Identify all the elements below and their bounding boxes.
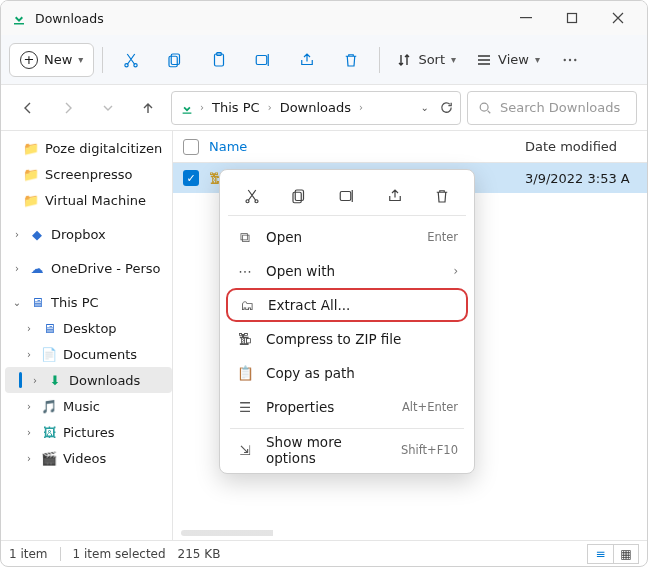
nav-label: Downloads <box>69 373 140 388</box>
row-checkbox[interactable]: ✓ <box>183 170 199 186</box>
ctx-copy-path[interactable]: 📋 Copy as path <box>226 356 468 390</box>
ctx-show-more[interactable]: ⇲ Show more options Shift+F10 <box>226 433 468 467</box>
chevron-down-icon: ▾ <box>451 54 456 65</box>
up-button[interactable] <box>131 91 165 125</box>
nav-onedrive[interactable]: › ☁ OneDrive - Perso <box>5 255 172 281</box>
nav-videos[interactable]: › 🎬 Videos <box>5 445 172 471</box>
nav-label: Dropbox <box>51 227 106 242</box>
svg-point-9 <box>564 58 566 60</box>
ctx-properties[interactable]: ☰ Properties Alt+Enter <box>226 390 468 424</box>
forward-button[interactable] <box>51 91 85 125</box>
context-toolbar <box>228 176 466 216</box>
copy-button[interactable] <box>155 40 195 80</box>
breadcrumb-segment[interactable]: This PC <box>210 100 262 115</box>
ctx-share-button[interactable] <box>379 180 411 212</box>
breadcrumb[interactable]: › This PC › Downloads › ⌄ <box>171 91 461 125</box>
sort-button[interactable]: Sort ▾ <box>388 43 464 77</box>
paste-button[interactable] <box>199 40 239 80</box>
chevron-down-icon[interactable]: ⌄ <box>421 102 429 113</box>
select-all-checkbox[interactable] <box>183 139 199 155</box>
window-controls <box>503 2 641 34</box>
ctx-rename-button[interactable] <box>331 180 363 212</box>
share-button[interactable] <box>287 40 327 80</box>
rename-button[interactable] <box>243 40 283 80</box>
svg-rect-5 <box>169 56 177 67</box>
downloads-icon <box>11 10 27 26</box>
nav-downloads[interactable]: › ⬇ Downloads <box>5 367 172 393</box>
ctx-cut-button[interactable] <box>236 180 268 212</box>
dropbox-icon: ◆ <box>29 227 45 242</box>
cut-button[interactable] <box>111 40 151 80</box>
chevron-right-icon: › <box>29 375 41 386</box>
chevron-right-icon: › <box>268 102 272 113</box>
svg-point-12 <box>480 103 488 111</box>
properties-icon: ☰ <box>236 399 254 415</box>
chevron-right-icon: › <box>453 264 458 278</box>
nav-label: Desktop <box>63 321 117 336</box>
separator <box>379 47 380 73</box>
refresh-button[interactable] <box>439 100 454 115</box>
downloads-icon: ⬇ <box>47 373 63 388</box>
view-icon <box>476 52 492 68</box>
ctx-compress[interactable]: 🗜 Compress to ZIP file <box>226 322 468 356</box>
back-button[interactable] <box>11 91 45 125</box>
close-button[interactable] <box>595 2 641 34</box>
nav-label: Poze digitalcitizen <box>45 141 162 156</box>
ctx-copy-button[interactable] <box>283 180 315 212</box>
pictures-icon: 🖼 <box>41 425 57 440</box>
column-name[interactable]: Name <box>209 139 515 154</box>
svg-point-10 <box>569 58 571 60</box>
ctx-shortcut: Enter <box>427 230 458 244</box>
breadcrumb-segment[interactable]: Downloads <box>278 100 353 115</box>
search-placeholder: Search Downloads <box>500 100 620 115</box>
chevron-right-icon: › <box>23 349 35 360</box>
nav-documents[interactable]: › 📄 Documents <box>5 341 172 367</box>
status-item-count: 1 item <box>9 547 48 561</box>
nav-label: This PC <box>51 295 99 310</box>
search-input[interactable]: Search Downloads <box>467 91 637 125</box>
new-button-label: New <box>44 52 72 67</box>
minimize-button[interactable] <box>503 2 549 34</box>
nav-this-pc[interactable]: ⌄ 🖥 This PC <box>5 289 172 315</box>
nav-music[interactable]: › 🎵 Music <box>5 393 172 419</box>
view-button[interactable]: View ▾ <box>468 43 548 77</box>
grid-view-button[interactable]: ▦ <box>613 544 639 564</box>
svg-rect-16 <box>293 192 301 203</box>
maximize-button[interactable] <box>549 2 595 34</box>
folder-icon: 📁 <box>23 193 39 208</box>
ctx-extract-all[interactable]: 🗂 Extract All... <box>226 288 468 322</box>
view-label: View <box>498 52 529 67</box>
command-toolbar: + New ▾ Sort ▾ View ▾ <box>1 35 647 85</box>
address-bar-row: › This PC › Downloads › ⌄ Search Downloa… <box>1 85 647 131</box>
nav-desktop[interactable]: › 🖥 Desktop <box>5 315 172 341</box>
ctx-label: Open with <box>266 263 441 279</box>
ctx-label: Extract All... <box>268 297 456 313</box>
more-button[interactable] <box>552 40 588 80</box>
nav-dropbox[interactable]: › ◆ Dropbox <box>5 221 172 247</box>
recent-button[interactable] <box>91 91 125 125</box>
nav-folder[interactable]: 📁 Screenpresso <box>5 161 172 187</box>
ctx-open[interactable]: ⧉ Open Enter <box>226 220 468 254</box>
monitor-icon: 🖥 <box>29 295 45 310</box>
ctx-open-with[interactable]: ⋯ Open with › <box>226 254 468 288</box>
delete-button[interactable] <box>331 40 371 80</box>
open-icon: ⧉ <box>236 229 254 246</box>
nav-label: Music <box>63 399 100 414</box>
nav-pictures[interactable]: › 🖼 Pictures <box>5 419 172 445</box>
details-view-button[interactable]: ≡ <box>587 544 613 564</box>
new-button[interactable]: + New ▾ <box>9 43 94 77</box>
chevron-right-icon: › <box>200 102 204 113</box>
chevron-right-icon: › <box>11 229 23 240</box>
status-bar: 1 item 1 item selected 215 KB ≡ ▦ <box>1 540 647 566</box>
chevron-down-icon: ⌄ <box>11 297 23 308</box>
nav-folder[interactable]: 📁 Virtual Machine <box>5 187 172 213</box>
desktop-icon: 🖥 <box>41 321 57 336</box>
nav-folder[interactable]: 📁 Poze digitalcitizen <box>5 135 172 161</box>
extract-icon: 🗂 <box>238 297 256 313</box>
scrollbar[interactable] <box>181 530 639 536</box>
chevron-right-icon: › <box>23 401 35 412</box>
ctx-delete-button[interactable] <box>426 180 458 212</box>
column-date[interactable]: Date modified <box>525 139 637 154</box>
sort-label: Sort <box>418 52 445 67</box>
ctx-shortcut: Shift+F10 <box>401 443 458 457</box>
